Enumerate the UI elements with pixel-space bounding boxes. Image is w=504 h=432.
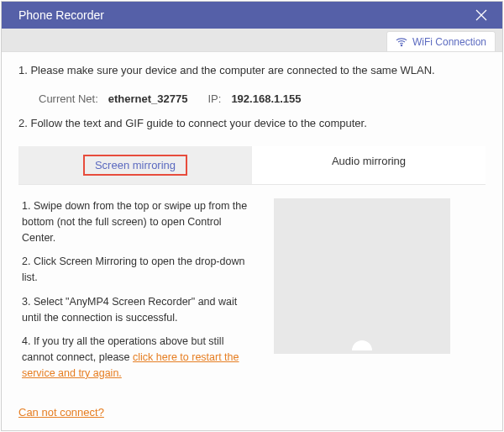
tab-screen-label: Screen mirroring (83, 155, 187, 176)
window-title: Phone Recorder (18, 8, 104, 22)
instruction-4: 4. If you try all the operations above b… (22, 334, 257, 381)
mirroring-tabs: Screen mirroring Audio mirroring (18, 146, 486, 185)
ip-label: IP: (207, 92, 221, 105)
phone-recorder-window: Phone Recorder WiFi Connection 1. Please… (1, 1, 503, 431)
current-net-value: ethernet_32775 (108, 92, 188, 105)
current-net-label: Current Net: (39, 92, 98, 105)
content-area: 1. Please make sure your device and the … (2, 52, 502, 401)
cannot-connect-link[interactable]: Can not connect? (18, 406, 104, 419)
instruction-2: 2. Click Screen Mirroring to open the dr… (22, 254, 257, 286)
footer: Can not connect? (2, 401, 502, 430)
tab-audio-label: Audio mirroring (332, 155, 406, 167)
wifi-tab-label: WiFi Connection (412, 36, 486, 48)
titlebar: Phone Recorder (2, 2, 502, 29)
loading-icon (352, 340, 372, 350)
instructions-area: 1. Swipe down from the top or swipe up f… (18, 185, 486, 394)
svg-point-2 (401, 45, 402, 45)
tab-screen-mirroring[interactable]: Screen mirroring (18, 146, 252, 184)
step-1-text: 1. Please make sure your device and the … (18, 62, 486, 79)
instruction-3: 3. Select "AnyMP4 Screen Recorder" and w… (22, 294, 257, 326)
network-info: Current Net: ethernet_32775 IP: 192.168.… (39, 92, 486, 105)
wifi-connection-tab[interactable]: WiFi Connection (386, 31, 496, 51)
instructions-text: 1. Swipe down from the top or swipe up f… (22, 198, 257, 394)
tab-audio-mirroring[interactable]: Audio mirroring (252, 146, 486, 184)
gif-placeholder (274, 198, 450, 354)
ip-value: 192.168.1.155 (231, 92, 301, 105)
toolbar: WiFi Connection (2, 29, 502, 52)
wifi-icon (396, 36, 407, 48)
close-icon (475, 9, 487, 21)
step-2-text: 2. Follow the text and GIF guide to conn… (18, 115, 486, 132)
instruction-1: 1. Swipe down from the top or swipe up f… (22, 198, 257, 245)
close-button[interactable] (472, 6, 491, 24)
